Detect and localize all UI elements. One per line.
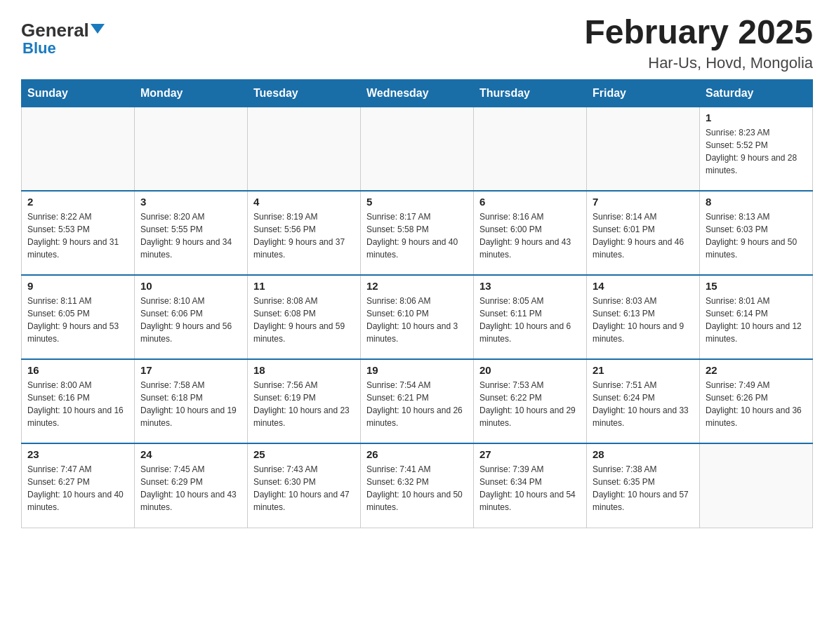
- day-info: Sunrise: 8:20 AMSunset: 5:55 PMDaylight:…: [140, 210, 241, 261]
- col-saturday: Saturday: [700, 79, 813, 107]
- table-row: 25Sunrise: 7:43 AMSunset: 6:30 PMDayligh…: [248, 443, 361, 528]
- table-row: 21Sunrise: 7:51 AMSunset: 6:24 PMDayligh…: [587, 359, 700, 443]
- table-row: 11Sunrise: 8:08 AMSunset: 6:08 PMDayligh…: [248, 275, 361, 359]
- day-number: 25: [253, 448, 355, 460]
- table-row: 1Sunrise: 8:23 AMSunset: 5:52 PMDaylight…: [700, 107, 813, 191]
- day-info: Sunrise: 8:10 AMSunset: 6:06 PMDaylight:…: [140, 295, 241, 345]
- day-info: Sunrise: 8:17 AMSunset: 5:58 PMDaylight:…: [366, 210, 468, 261]
- table-row: 22Sunrise: 7:49 AMSunset: 6:26 PMDayligh…: [700, 359, 813, 443]
- calendar-week-row: 2Sunrise: 8:22 AMSunset: 5:53 PMDaylight…: [22, 191, 813, 275]
- day-info: Sunrise: 7:45 AMSunset: 6:29 PMDaylight:…: [140, 463, 241, 514]
- calendar-header-row: Sunday Monday Tuesday Wednesday Thursday…: [22, 79, 813, 107]
- day-info: Sunrise: 8:13 AMSunset: 6:03 PMDaylight:…: [706, 210, 807, 261]
- day-number: 22: [706, 364, 807, 376]
- table-row: 23Sunrise: 7:47 AMSunset: 6:27 PMDayligh…: [22, 443, 135, 528]
- logo: General Blue: [21, 14, 105, 58]
- day-number: 3: [140, 196, 241, 208]
- day-number: 4: [253, 196, 355, 208]
- table-row: [587, 107, 700, 191]
- day-number: 8: [706, 196, 807, 208]
- table-row: 5Sunrise: 8:17 AMSunset: 5:58 PMDaylight…: [361, 191, 474, 275]
- day-info: Sunrise: 7:51 AMSunset: 6:24 PMDaylight:…: [593, 379, 694, 429]
- day-number: 28: [593, 448, 694, 460]
- calendar-week-row: 1Sunrise: 8:23 AMSunset: 5:52 PMDaylight…: [22, 107, 813, 191]
- day-number: 27: [479, 448, 581, 460]
- col-monday: Monday: [135, 79, 248, 107]
- table-row: [474, 107, 587, 191]
- table-row: 2Sunrise: 8:22 AMSunset: 5:53 PMDaylight…: [22, 191, 135, 275]
- calendar-week-row: 9Sunrise: 8:11 AMSunset: 6:05 PMDaylight…: [22, 275, 813, 359]
- table-row: 4Sunrise: 8:19 AMSunset: 5:56 PMDaylight…: [248, 191, 361, 275]
- table-row: [135, 107, 248, 191]
- day-info: Sunrise: 7:38 AMSunset: 6:35 PMDaylight:…: [593, 463, 694, 514]
- day-info: Sunrise: 8:23 AMSunset: 5:52 PMDaylight:…: [706, 126, 807, 177]
- day-info: Sunrise: 7:39 AMSunset: 6:34 PMDaylight:…: [479, 463, 581, 514]
- day-number: 6: [479, 196, 581, 208]
- day-info: Sunrise: 7:41 AMSunset: 6:32 PMDaylight:…: [366, 463, 468, 514]
- day-number: 12: [366, 280, 468, 292]
- day-info: Sunrise: 7:56 AMSunset: 6:19 PMDaylight:…: [253, 379, 355, 429]
- title-block: February 2025 Har-Us, Hovd, Mongolia: [584, 14, 813, 72]
- day-number: 1: [706, 112, 807, 123]
- table-row: 27Sunrise: 7:39 AMSunset: 6:34 PMDayligh…: [474, 443, 587, 528]
- col-wednesday: Wednesday: [361, 79, 474, 107]
- day-number: 20: [479, 364, 581, 376]
- day-number: 18: [253, 364, 355, 376]
- col-friday: Friday: [587, 79, 700, 107]
- table-row: 12Sunrise: 8:06 AMSunset: 6:10 PMDayligh…: [361, 275, 474, 359]
- day-number: 2: [27, 196, 128, 208]
- table-row: 16Sunrise: 8:00 AMSunset: 6:16 PMDayligh…: [22, 359, 135, 443]
- day-info: Sunrise: 8:11 AMSunset: 6:05 PMDaylight:…: [27, 295, 128, 345]
- table-row: 3Sunrise: 8:20 AMSunset: 5:55 PMDaylight…: [135, 191, 248, 275]
- day-info: Sunrise: 7:43 AMSunset: 6:30 PMDaylight:…: [253, 463, 355, 514]
- table-row: 26Sunrise: 7:41 AMSunset: 6:32 PMDayligh…: [361, 443, 474, 528]
- day-info: Sunrise: 8:06 AMSunset: 6:10 PMDaylight:…: [366, 295, 468, 345]
- day-info: Sunrise: 8:03 AMSunset: 6:13 PMDaylight:…: [593, 295, 694, 345]
- day-info: Sunrise: 7:54 AMSunset: 6:21 PMDaylight:…: [366, 379, 468, 429]
- day-info: Sunrise: 8:01 AMSunset: 6:14 PMDaylight:…: [706, 295, 807, 345]
- calendar-title: February 2025: [584, 14, 813, 51]
- page-header: General Blue February 2025 Har-Us, Hovd,…: [21, 14, 813, 72]
- day-number: 17: [140, 364, 241, 376]
- table-row: 10Sunrise: 8:10 AMSunset: 6:06 PMDayligh…: [135, 275, 248, 359]
- day-number: 24: [140, 448, 241, 460]
- day-number: 26: [366, 448, 468, 460]
- table-row: 9Sunrise: 8:11 AMSunset: 6:05 PMDaylight…: [22, 275, 135, 359]
- logo-blue: Blue: [22, 39, 56, 58]
- day-number: 16: [27, 364, 128, 376]
- day-number: 9: [27, 280, 128, 292]
- table-row: [700, 443, 813, 528]
- day-info: Sunrise: 7:47 AMSunset: 6:27 PMDaylight:…: [27, 463, 128, 514]
- col-thursday: Thursday: [474, 79, 587, 107]
- table-row: 20Sunrise: 7:53 AMSunset: 6:22 PMDayligh…: [474, 359, 587, 443]
- day-info: Sunrise: 7:53 AMSunset: 6:22 PMDaylight:…: [479, 379, 581, 429]
- table-row: 17Sunrise: 7:58 AMSunset: 6:18 PMDayligh…: [135, 359, 248, 443]
- day-info: Sunrise: 8:19 AMSunset: 5:56 PMDaylight:…: [253, 210, 355, 261]
- day-info: Sunrise: 8:14 AMSunset: 6:01 PMDaylight:…: [593, 210, 694, 261]
- table-row: 15Sunrise: 8:01 AMSunset: 6:14 PMDayligh…: [700, 275, 813, 359]
- day-number: 7: [593, 196, 694, 208]
- day-info: Sunrise: 8:00 AMSunset: 6:16 PMDaylight:…: [27, 379, 128, 429]
- table-row: 14Sunrise: 8:03 AMSunset: 6:13 PMDayligh…: [587, 275, 700, 359]
- day-number: 19: [366, 364, 468, 376]
- table-row: [361, 107, 474, 191]
- calendar-week-row: 16Sunrise: 8:00 AMSunset: 6:16 PMDayligh…: [22, 359, 813, 443]
- table-row: 19Sunrise: 7:54 AMSunset: 6:21 PMDayligh…: [361, 359, 474, 443]
- logo-triangle-icon: [91, 24, 105, 34]
- table-row: 18Sunrise: 7:56 AMSunset: 6:19 PMDayligh…: [248, 359, 361, 443]
- logo-general: General: [21, 21, 105, 39]
- table-row: [22, 107, 135, 191]
- day-info: Sunrise: 8:16 AMSunset: 6:00 PMDaylight:…: [479, 210, 581, 261]
- day-info: Sunrise: 7:58 AMSunset: 6:18 PMDaylight:…: [140, 379, 241, 429]
- table-row: [248, 107, 361, 191]
- calendar-subtitle: Har-Us, Hovd, Mongolia: [584, 54, 813, 72]
- col-sunday: Sunday: [22, 79, 135, 107]
- col-tuesday: Tuesday: [248, 79, 361, 107]
- day-info: Sunrise: 8:22 AMSunset: 5:53 PMDaylight:…: [27, 210, 128, 261]
- day-info: Sunrise: 7:49 AMSunset: 6:26 PMDaylight:…: [706, 379, 807, 429]
- day-info: Sunrise: 8:05 AMSunset: 6:11 PMDaylight:…: [479, 295, 581, 345]
- table-row: 28Sunrise: 7:38 AMSunset: 6:35 PMDayligh…: [587, 443, 700, 528]
- table-row: 13Sunrise: 8:05 AMSunset: 6:11 PMDayligh…: [474, 275, 587, 359]
- table-row: 8Sunrise: 8:13 AMSunset: 6:03 PMDaylight…: [700, 191, 813, 275]
- calendar-week-row: 23Sunrise: 7:47 AMSunset: 6:27 PMDayligh…: [22, 443, 813, 528]
